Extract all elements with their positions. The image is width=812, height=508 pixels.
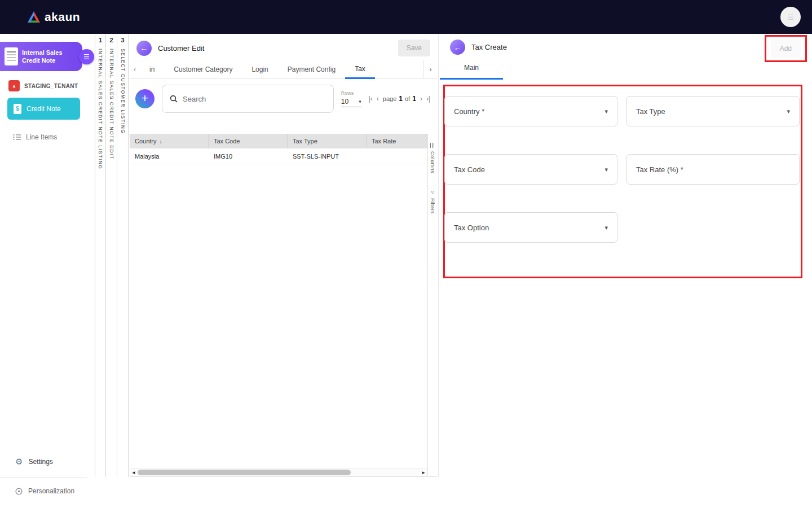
- tab-main[interactable]: Main: [440, 64, 503, 80]
- total-pages: 1: [412, 95, 416, 103]
- current-page: 1: [399, 95, 403, 103]
- tax-option-select[interactable]: Tax Option ▾: [444, 212, 617, 243]
- caret-down-icon: ▾: [604, 224, 608, 231]
- sidebar-item-label: Line Items: [26, 133, 57, 141]
- field-label: Country *: [454, 107, 484, 116]
- customer-edit-tabbar: ‹ in Customer Category Login Payment Con…: [130, 60, 437, 79]
- page-indicator: page 1 of 1: [383, 95, 416, 103]
- scroll-right-arrow[interactable]: ►: [420, 470, 427, 475]
- strip-tab-2[interactable]: 2 INTERNAL SALES CREDIT NOTE EDIT: [106, 34, 117, 477]
- column-header-country[interactable]: Country ↓: [130, 134, 209, 148]
- strip-tab-3[interactable]: 3 SELECT CUSTOMER LISTING: [117, 34, 129, 477]
- column-header-tax-rate[interactable]: Tax Rate: [367, 134, 427, 148]
- tab-scroll-left-button[interactable]: ‹: [130, 60, 140, 78]
- table-side-rail: Columns ▽ Filters: [427, 134, 437, 476]
- search-box: [162, 85, 334, 113]
- app-logo: akaun: [27, 10, 80, 24]
- field-label: Tax Option: [454, 224, 489, 232]
- spacer: [130, 119, 437, 134]
- scroll-left-arrow[interactable]: ◄: [130, 470, 138, 475]
- table-row[interactable]: Malaysia IMG10 SST-SLS-INPUT: [130, 148, 427, 164]
- tax-code-select[interactable]: Tax Code ▾: [444, 154, 617, 185]
- first-page-button[interactable]: |‹: [369, 95, 373, 103]
- sidebar-item-settings[interactable]: ⚙ Settings: [15, 457, 53, 466]
- tab-payment-config[interactable]: Payment Config: [278, 60, 345, 78]
- caret-down-icon: ▾: [359, 99, 361, 104]
- menu-icon: ☰: [83, 53, 90, 61]
- strip-number: 2: [109, 37, 113, 43]
- search-icon: [170, 95, 178, 103]
- back-button[interactable]: ←: [450, 40, 465, 55]
- prev-page-button[interactable]: ‹: [377, 95, 379, 103]
- sidebar-item-line-items[interactable]: Line Items: [13, 133, 57, 141]
- last-page-button[interactable]: ›|: [426, 95, 430, 103]
- filters-label: Filters: [430, 198, 435, 214]
- rows-select[interactable]: 10 ▾: [341, 98, 361, 107]
- tab-tax[interactable]: Tax: [345, 60, 375, 79]
- tax-list-toolbar: + Rows 10 ▾ |‹ ‹ page 1 of: [130, 79, 437, 119]
- add-button[interactable]: Add: [771, 40, 801, 58]
- pagination: |‹ ‹ page 1 of 1 › ›|: [369, 95, 430, 103]
- sidebar-item-personalization[interactable]: Personalization: [15, 487, 74, 495]
- caret-down-icon: ▾: [604, 108, 608, 115]
- sidebar-item-label: Settings: [28, 458, 52, 466]
- search-input[interactable]: [183, 95, 326, 103]
- tax-table-region: Country ↓ Tax Code Tax Type Tax Rate Mal…: [130, 134, 437, 476]
- strip-label: INTERNAL SALES CREDIT NOTE LISTING: [98, 49, 103, 169]
- horizontal-scrollbar[interactable]: ◄ ►: [130, 468, 427, 476]
- caret-down-icon: ▾: [787, 108, 790, 115]
- back-arrow-icon: ←: [140, 43, 148, 52]
- tenant-row[interactable]: ▲ STAGING_TENANT: [8, 80, 78, 91]
- add-tax-row-button[interactable]: +: [135, 89, 155, 108]
- app-banner-title: Internal Sales Credit Note: [22, 49, 68, 65]
- tax-type-select[interactable]: Tax Type ▾: [626, 96, 800, 126]
- strip-number: 1: [99, 37, 102, 43]
- tax-create-panel: ← Tax Create Add Main Country * ▾ Tax Ty…: [438, 34, 812, 477]
- save-button[interactable]: Save: [398, 40, 430, 56]
- tab-scroll-right-button[interactable]: ›: [423, 60, 437, 78]
- table-header-row: Country ↓ Tax Code Tax Type Tax Rate: [130, 134, 427, 148]
- sidebar-item-label: Personalization: [28, 487, 74, 495]
- plus-icon: +: [142, 91, 148, 105]
- annotation-box-add: Add: [765, 35, 807, 62]
- sidebar-divider: [0, 478, 87, 478]
- avatar-placeholder-icon: ☰: [787, 13, 794, 21]
- user-avatar[interactable]: ☰: [780, 7, 801, 27]
- tax-table: Country ↓ Tax Code Tax Type Tax Rate Mal…: [130, 134, 427, 476]
- filters-control[interactable]: ▽ Filters: [430, 190, 435, 214]
- rows-per-page: Rows 10 ▾: [341, 90, 361, 107]
- strip-label: INTERNAL SALES CREDIT NOTE EDIT: [109, 49, 114, 159]
- tab-customer-category[interactable]: Customer Category: [164, 60, 242, 78]
- sidebar-collapse-toggle[interactable]: ☰: [79, 49, 94, 64]
- back-arrow-icon: ←: [454, 43, 462, 52]
- column-header-tax-type[interactable]: Tax Type: [288, 134, 367, 148]
- cell-tax-type: SST-SLS-INPUT: [288, 153, 367, 160]
- field-label: Tax Type: [636, 107, 665, 116]
- customer-edit-panel: ← Customer Edit Save ‹ in Customer Categ…: [130, 34, 437, 477]
- page-title: Customer Edit: [158, 44, 204, 52]
- strip-label: SELECT CUSTOMER LISTING: [120, 49, 126, 134]
- field-label: Tax Rate (%) *: [636, 165, 683, 174]
- sidebar: Internal Sales Credit Note ☰ ▲ STAGING_T…: [0, 34, 87, 508]
- tab-login[interactable]: Login: [242, 60, 277, 78]
- tax-rate-input[interactable]: Tax Rate (%) *: [626, 154, 800, 185]
- sidebar-item-credit-note[interactable]: $ Credit Note: [7, 98, 80, 120]
- tenant-label: STAGING_TENANT: [24, 83, 78, 89]
- columns-control[interactable]: Columns: [430, 143, 435, 173]
- country-select[interactable]: Country * ▾: [444, 96, 617, 126]
- field-label: Tax Code: [454, 165, 485, 174]
- list-icon: [13, 134, 21, 141]
- strip-tab-1[interactable]: 1 INTERNAL SALES CREDIT NOTE LISTING: [95, 34, 106, 477]
- strip-number: 3: [121, 37, 124, 43]
- chevron-left-icon: ‹: [134, 65, 136, 73]
- tab-main-partial[interactable]: in: [140, 60, 164, 78]
- scrollbar-thumb[interactable]: [138, 470, 351, 475]
- column-header-tax-code[interactable]: Tax Code: [209, 134, 288, 148]
- back-button[interactable]: ←: [136, 41, 152, 56]
- app-banner[interactable]: Internal Sales Credit Note: [0, 42, 82, 71]
- next-page-button[interactable]: ›: [420, 95, 422, 103]
- gear-icon: ⚙: [15, 457, 23, 466]
- columns-label: Columns: [430, 151, 435, 173]
- tenant-icon: ▲: [8, 80, 20, 91]
- credit-note-doc-icon: [5, 47, 18, 65]
